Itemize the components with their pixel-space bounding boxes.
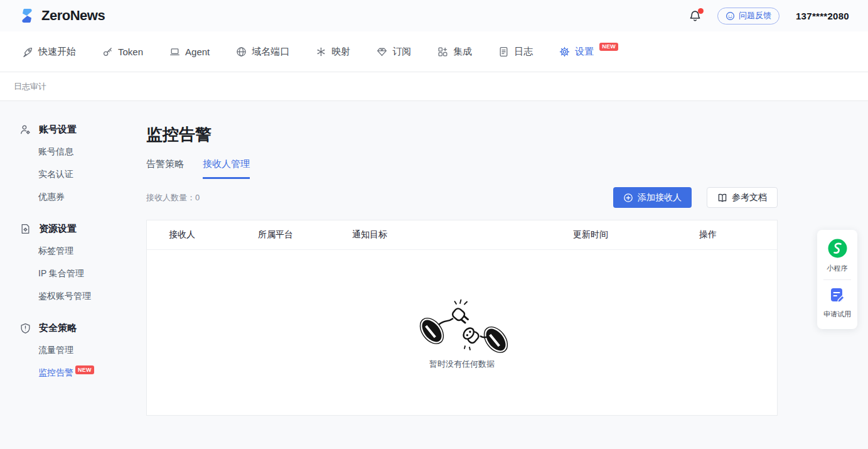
sidebar-item-coupons[interactable]: 优惠券 xyxy=(20,185,146,208)
gear-icon xyxy=(559,46,570,57)
blocks-icon xyxy=(437,46,448,57)
smiley-icon xyxy=(726,11,735,21)
recipient-count-value: 0 xyxy=(195,193,200,202)
nav-item-quickstart[interactable]: 快速开始 xyxy=(23,46,76,58)
nav-item-settings[interactable]: 设置 NEW xyxy=(559,46,618,58)
sidebar-item-monitor-alert[interactable]: 监控告警NEW xyxy=(20,361,146,384)
content-area: 账号设置 账号信息 实名认证 优惠券 资源设置 标签管理 IP 集合管理 鉴权账… xyxy=(0,101,868,448)
nav-item-integration[interactable]: 集成 xyxy=(437,46,472,58)
apply-trial-button[interactable]: 申请试用 xyxy=(817,285,857,323)
file-gear-icon xyxy=(20,224,31,234)
toolbar: 接收人数量：0 添加接收人 xyxy=(146,187,778,208)
feedback-button[interactable]: 问题反馈 xyxy=(717,8,780,24)
nav-item-agent[interactable]: Agent xyxy=(169,46,210,57)
recipient-count-label: 接收人数量： xyxy=(146,193,195,202)
user-phone[interactable]: 137****2080 xyxy=(796,11,849,21)
brand-name: ZeroNews xyxy=(41,8,105,24)
nav-item-token[interactable]: Token xyxy=(102,46,143,57)
sidebar-item-auth-account-management[interactable]: 鉴权账号管理 xyxy=(20,284,146,307)
sidebar-item-realname-auth[interactable]: 实名认证 xyxy=(20,163,146,185)
sidebar-section-title: 安全策略 xyxy=(20,317,146,338)
breadcrumb-bar: 日志审计 xyxy=(0,72,868,101)
sidebar-item-label: 监控告警 xyxy=(38,367,73,377)
notification-bell-button[interactable] xyxy=(689,10,701,22)
add-recipient-label: 添加接收人 xyxy=(638,192,682,203)
sidebar-item-label: 账号信息 xyxy=(38,146,73,156)
nav-label: 域名端口 xyxy=(252,46,289,58)
sidebar-section-label: 账号设置 xyxy=(39,124,77,136)
laptop-icon xyxy=(169,46,180,57)
settings-sidebar: 账号设置 账号信息 实名认证 优惠券 资源设置 标签管理 IP 集合管理 鉴权账… xyxy=(0,101,146,448)
nav-item-domain-port[interactable]: 域名端口 xyxy=(236,46,289,58)
nav-label: 快速开始 xyxy=(38,46,76,58)
miniprogram-icon xyxy=(828,239,847,258)
plus-circle-icon xyxy=(623,193,633,203)
recipients-table: 接收人 所属平台 通知目标 更新时间 操作 xyxy=(146,220,778,416)
sidebar-item-tag-management[interactable]: 标签管理 xyxy=(20,239,146,262)
table-empty-state: 暂时没有任何数据 xyxy=(147,250,777,415)
sidebar-section-account: 账号设置 账号信息 实名认证 优惠券 xyxy=(20,119,146,208)
panel-divider xyxy=(823,279,851,280)
tab-label: 告警策略 xyxy=(146,158,184,169)
document-icon xyxy=(498,46,509,57)
nav-label: 设置 xyxy=(575,46,594,58)
miniprogram-label: 小程序 xyxy=(817,264,857,273)
column-header-notify-target: 通知目标 xyxy=(352,229,573,241)
sidebar-item-account-info[interactable]: 账号信息 xyxy=(20,140,146,163)
empty-state-text: 暂时没有任何数据 xyxy=(429,359,495,370)
sidebar-item-label: IP 集合管理 xyxy=(38,268,84,278)
sidebar-item-traffic-management[interactable]: 流量管理 xyxy=(20,338,146,361)
sidebar-section-resources: 资源设置 标签管理 IP 集合管理 鉴权账号管理 xyxy=(20,218,146,307)
tab-recipient-management[interactable]: 接收人管理 xyxy=(203,158,250,179)
toolbar-buttons: 添加接收人 参考文档 xyxy=(613,187,778,208)
add-recipient-button[interactable]: 添加接收人 xyxy=(613,187,692,208)
sidebar-item-label: 优惠券 xyxy=(38,192,65,202)
sidebar-item-label: 标签管理 xyxy=(38,246,73,256)
nav-label: 日志 xyxy=(514,46,533,58)
column-header-platform: 所属平台 xyxy=(258,229,352,241)
tab-label: 接收人管理 xyxy=(203,158,250,169)
sidebar-item-label: 实名认证 xyxy=(38,169,73,179)
brand-logo[interactable]: ZeroNews xyxy=(18,6,105,25)
reference-docs-button[interactable]: 参考文档 xyxy=(707,187,778,208)
asterisk-icon xyxy=(316,46,326,57)
reference-docs-label: 参考文档 xyxy=(732,192,767,203)
nav-label: 集成 xyxy=(453,46,472,58)
breadcrumb[interactable]: 日志审计 xyxy=(14,81,46,92)
sidebar-section-title: 账号设置 xyxy=(20,119,146,140)
nav-item-logs[interactable]: 日志 xyxy=(498,46,533,58)
main-nav: 快速开始 Token Agent 域名端口 xyxy=(0,31,868,72)
nav-label: Agent xyxy=(185,46,210,57)
nav-label: Token xyxy=(118,46,143,57)
key-icon xyxy=(102,46,113,57)
rocket-icon xyxy=(23,46,33,57)
nav-item-mapping[interactable]: 映射 xyxy=(316,46,350,58)
apply-trial-label: 申请试用 xyxy=(817,310,857,319)
tab-alert-policy[interactable]: 告警策略 xyxy=(146,158,184,179)
sidebar-section-label: 安全策略 xyxy=(39,322,77,334)
nav-item-subscribe[interactable]: 订阅 xyxy=(377,46,411,58)
sidebar-section-security: 安全策略 流量管理 监控告警NEW xyxy=(20,317,146,384)
column-header-update-time: 更新时间 xyxy=(573,229,699,241)
sidebar-item-label: 鉴权账号管理 xyxy=(38,291,91,301)
book-icon xyxy=(717,193,727,203)
notification-dot xyxy=(698,8,704,14)
shield-icon xyxy=(20,323,31,333)
recipient-count: 接收人数量：0 xyxy=(146,192,200,203)
column-header-recipient: 接收人 xyxy=(169,229,258,241)
main-panel: 监控告警 告警策略 接收人管理 接收人数量：0 添加接收人 xyxy=(146,101,868,448)
sidebar-section-title: 资源设置 xyxy=(20,218,146,239)
sidebar-item-label: 流量管理 xyxy=(38,345,73,355)
globe-icon xyxy=(236,46,247,57)
floating-side-panel: 小程序 申请试用 xyxy=(817,230,857,329)
nav-label: 映射 xyxy=(331,46,350,58)
page-title: 监控告警 xyxy=(146,124,778,146)
user-gear-icon xyxy=(20,124,31,135)
miniprogram-button[interactable]: 小程序 xyxy=(817,237,857,277)
table-header-row: 接收人 所属平台 通知目标 更新时间 操作 xyxy=(147,220,777,250)
new-badge: NEW xyxy=(75,365,94,374)
disconnected-plug-illustration xyxy=(415,296,509,356)
nav-label: 订阅 xyxy=(392,46,411,58)
sidebar-section-label: 资源设置 xyxy=(39,223,77,235)
sidebar-item-ip-set-management[interactable]: IP 集合管理 xyxy=(20,262,146,284)
